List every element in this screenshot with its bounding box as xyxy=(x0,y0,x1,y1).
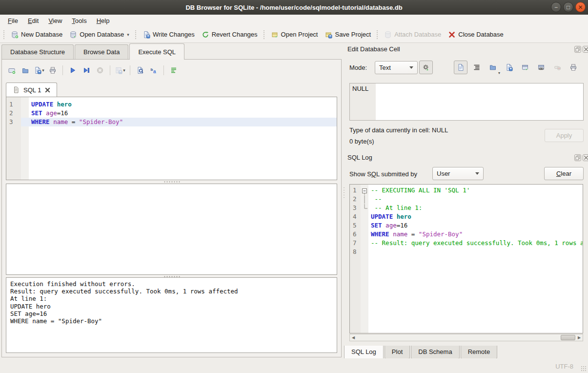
close-button[interactable]: ✕ xyxy=(575,2,586,12)
sql-doc-tab[interactable]: SQL 1 xyxy=(6,83,57,97)
menu-help[interactable]: Help xyxy=(92,16,115,26)
open-database-button[interactable]: Open Database▾ xyxy=(66,29,133,41)
float-dock-icon[interactable] xyxy=(574,154,581,161)
chevron-down-icon: ▾ xyxy=(498,71,500,75)
execute-all-button[interactable] xyxy=(67,64,79,76)
apply-button[interactable]: Apply xyxy=(545,129,584,142)
link-data-button[interactable] xyxy=(534,61,548,74)
submitted-by-value: User xyxy=(437,170,472,177)
editor-results-splitter[interactable] xyxy=(6,180,337,183)
submitted-by-combobox[interactable]: User xyxy=(432,167,484,180)
clear-log-button[interactable]: Clear xyxy=(544,167,584,180)
scrollbar-thumb[interactable] xyxy=(561,335,575,340)
title-bar[interactable]: DB Browser for SQLite - /home/user/code/… xyxy=(0,0,588,15)
svg-text:b: b xyxy=(151,67,153,72)
toolbar-separator xyxy=(163,65,164,75)
menu-tools[interactable]: Tools xyxy=(67,16,91,26)
close-tab-icon[interactable] xyxy=(44,87,51,93)
print-cell-button[interactable] xyxy=(567,61,580,74)
auto-switch-mode-button[interactable] xyxy=(419,61,433,74)
edit-cell-dock-title: Edit Database Cell xyxy=(347,45,400,53)
line-number: 1 xyxy=(6,100,21,109)
chevron-down-icon xyxy=(409,66,413,69)
close-dock-icon[interactable] xyxy=(583,46,588,53)
fold-start-icon[interactable] xyxy=(361,186,368,195)
tab-database-structure[interactable]: Database Structure xyxy=(1,44,74,60)
open-in-app-button[interactable] xyxy=(518,61,532,74)
link-data-icon xyxy=(537,63,545,71)
text-mode-button[interactable] xyxy=(454,61,467,74)
code-line: 1-- EXECUTING ALL IN 'SQL 1' xyxy=(350,186,583,195)
panel-splitter[interactable] xyxy=(343,186,345,199)
export-data-icon xyxy=(505,63,513,71)
log-horizontal-scrollbar[interactable]: ◀ ▶ xyxy=(349,334,583,341)
code-line: 5SET age=16 xyxy=(350,221,583,230)
chevron-down-icon[interactable]: ▾ xyxy=(127,32,129,37)
menu-view[interactable]: View xyxy=(43,16,67,26)
export-data-button[interactable] xyxy=(502,61,516,74)
find-replace-icon xyxy=(136,66,144,74)
format-sql-button[interactable]: ba xyxy=(148,64,160,76)
write-changes-button[interactable]: Write Changes xyxy=(139,29,198,41)
toolbar-separator xyxy=(130,65,130,75)
toolbar-button-label: Attach Database xyxy=(394,31,441,38)
revert-changes-button[interactable]: Revert Changes xyxy=(198,29,261,41)
word-wrap-cell-button[interactable] xyxy=(470,61,484,74)
open-sql-file-button[interactable] xyxy=(20,64,31,76)
resize-grip-icon[interactable] xyxy=(581,366,587,372)
scrollbar-track[interactable] xyxy=(357,334,576,341)
maximize-button[interactable]: □ xyxy=(563,2,573,12)
word-wrap-cell-icon xyxy=(473,63,481,71)
chevron-down-icon: ▾ xyxy=(123,68,125,73)
open-project-button[interactable]: Open Project xyxy=(267,29,322,41)
edit-cell-dock-buttons xyxy=(574,46,588,53)
save-sql-file-button[interactable]: ▾ xyxy=(33,64,45,76)
splitter-handle-icon xyxy=(163,181,180,183)
code-line: 1UPDATE hero xyxy=(6,100,337,109)
minimize-button[interactable]: − xyxy=(551,2,561,12)
execute-line-button[interactable] xyxy=(81,64,92,76)
toolbar-button-label: Close Database xyxy=(458,31,504,38)
mode-combobox-value: Text xyxy=(379,64,406,71)
encoding-indicator[interactable]: UTF-8 xyxy=(555,363,573,370)
import-data-button[interactable]: ▾ xyxy=(486,61,500,74)
menu-file[interactable]: File xyxy=(3,16,23,26)
results-grid[interactable] xyxy=(6,184,337,275)
open-tab-button[interactable] xyxy=(6,64,18,76)
dock-tab-plot[interactable]: Plot xyxy=(385,346,410,359)
cell-value-editor[interactable]: NULL xyxy=(349,83,584,121)
word-wrap-button[interactable] xyxy=(168,64,180,76)
tab-execute-sql[interactable]: Execute SQL xyxy=(129,43,184,60)
line-number: 8 xyxy=(350,248,361,256)
execution-messages[interactable]: Execution finished without errors. Resul… xyxy=(6,277,337,353)
sql-editor[interactable]: 1UPDATE hero2SET age=163WHERE name = "Sp… xyxy=(6,97,337,180)
code-text: SET age=16 xyxy=(29,109,337,118)
dock-tab-sql-log[interactable]: SQL Log xyxy=(344,346,384,360)
fold-margin xyxy=(361,212,368,221)
menu-edit[interactable]: Edit xyxy=(23,16,43,26)
mode-combobox[interactable]: Text xyxy=(375,61,418,74)
dock-tab-remote[interactable]: Remote xyxy=(461,346,498,359)
toolbar-separator xyxy=(62,65,63,75)
code-text: WHERE name = "Spider-Boy" xyxy=(368,230,583,239)
write-changes-icon xyxy=(142,31,150,39)
close-database-button[interactable]: Close Database xyxy=(445,29,507,41)
code-text: WHERE name = "Spider-Boy" xyxy=(29,118,337,126)
tab-browse-data[interactable]: Browse Data xyxy=(75,44,128,60)
find-replace-button[interactable] xyxy=(134,64,146,76)
save-project-button[interactable]: Save Project xyxy=(321,29,374,41)
close-dock-icon[interactable] xyxy=(583,154,588,161)
print-button[interactable] xyxy=(47,64,59,76)
line-number: 6 xyxy=(350,230,361,239)
scroll-left-icon[interactable]: ◀ xyxy=(350,334,357,341)
sql-log-dock-title: SQL Log xyxy=(347,154,372,161)
word-wrap-icon xyxy=(170,66,178,74)
execute-line-icon xyxy=(82,66,90,74)
dock-tab-db-schema[interactable]: DB Schema xyxy=(411,346,459,359)
float-dock-icon[interactable] xyxy=(574,46,581,53)
scroll-right-icon[interactable]: ▶ xyxy=(576,334,583,341)
toolbar-button-label: New Database xyxy=(21,31,62,38)
close-database-icon xyxy=(448,31,456,39)
new-database-button[interactable]: New Database xyxy=(7,29,66,41)
sql-log-view[interactable]: 1-- EXECUTING ALL IN 'SQL 1'2 --3 -- At … xyxy=(349,184,583,333)
